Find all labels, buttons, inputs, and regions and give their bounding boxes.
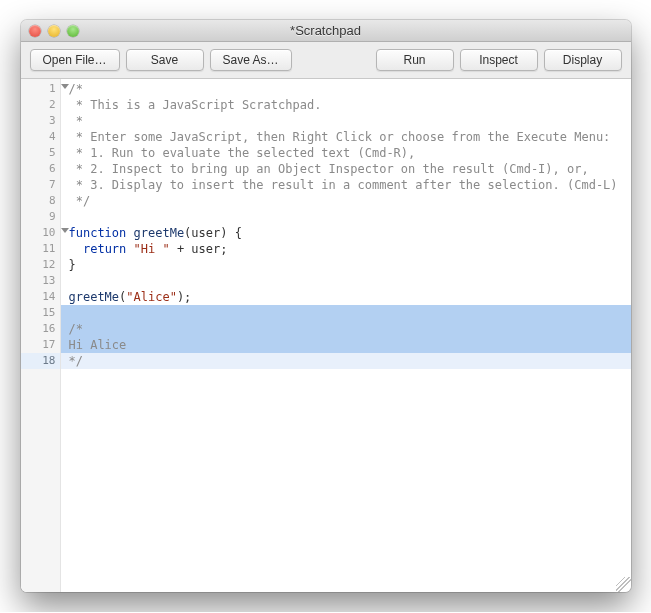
line-number: 10 <box>21 225 60 241</box>
resize-grip-icon[interactable] <box>616 577 631 592</box>
code-line[interactable]: */ <box>69 193 631 209</box>
code-line[interactable]: function greetMe(user) { <box>69 225 631 241</box>
inspect-button[interactable]: Inspect <box>460 49 538 71</box>
code-line[interactable]: return "Hi " + user; <box>69 241 631 257</box>
line-number: 11 <box>21 241 60 257</box>
code-line[interactable]: /* <box>61 321 631 337</box>
line-number: 3 <box>21 113 60 129</box>
code-line[interactable]: * <box>69 113 631 129</box>
close-icon[interactable] <box>29 25 41 37</box>
minimize-icon[interactable] <box>48 25 60 37</box>
toolbar: Open File… Save Save As… Run Inspect Dis… <box>21 42 631 79</box>
code-line[interactable]: */ <box>61 353 631 369</box>
line-number: 1 <box>21 81 60 97</box>
code-area[interactable]: /* * This is a JavaScript Scratchpad. * … <box>61 79 631 592</box>
code-line[interactable]: /* <box>69 81 631 97</box>
line-number: 18 <box>21 353 60 369</box>
line-number: 7 <box>21 177 60 193</box>
code-line[interactable]: } <box>69 257 631 273</box>
code-line[interactable] <box>69 273 631 289</box>
window-title: *Scratchpad <box>21 23 631 38</box>
line-number: 2 <box>21 97 60 113</box>
run-button[interactable]: Run <box>376 49 454 71</box>
save-button[interactable]: Save <box>126 49 204 71</box>
line-number: 5 <box>21 145 60 161</box>
line-number: 16 <box>21 321 60 337</box>
save-as-button[interactable]: Save As… <box>210 49 292 71</box>
code-line[interactable]: * 3. Display to insert the result in a c… <box>69 177 631 193</box>
code-editor[interactable]: 123456789101112131415161718 /* * This is… <box>21 79 631 592</box>
code-line[interactable]: * 1. Run to evaluate the selected text (… <box>69 145 631 161</box>
toolbar-spacer <box>298 49 370 71</box>
line-number: 14 <box>21 289 60 305</box>
code-line[interactable]: greetMe("Alice"); <box>69 289 631 305</box>
line-number: 15 <box>21 305 60 321</box>
line-gutter: 123456789101112131415161718 <box>21 79 61 592</box>
code-line[interactable]: * This is a JavaScript Scratchpad. <box>69 97 631 113</box>
line-number: 8 <box>21 193 60 209</box>
code-line[interactable]: * 2. Inspect to bring up an Object Inspe… <box>69 161 631 177</box>
open-file-button[interactable]: Open File… <box>30 49 120 71</box>
line-number: 6 <box>21 161 60 177</box>
display-button[interactable]: Display <box>544 49 622 71</box>
code-line[interactable]: Hi Alice <box>61 337 631 353</box>
zoom-icon[interactable] <box>67 25 79 37</box>
line-number: 12 <box>21 257 60 273</box>
line-number: 9 <box>21 209 60 225</box>
titlebar[interactable]: *Scratchpad <box>21 20 631 42</box>
code-line[interactable] <box>69 209 631 225</box>
line-number: 4 <box>21 129 60 145</box>
code-line[interactable] <box>61 305 631 321</box>
app-window: *Scratchpad Open File… Save Save As… Run… <box>21 20 631 592</box>
code-line[interactable]: * Enter some JavaScript, then Right Clic… <box>69 129 631 145</box>
traffic-lights <box>21 25 79 37</box>
line-number: 17 <box>21 337 60 353</box>
line-number: 13 <box>21 273 60 289</box>
